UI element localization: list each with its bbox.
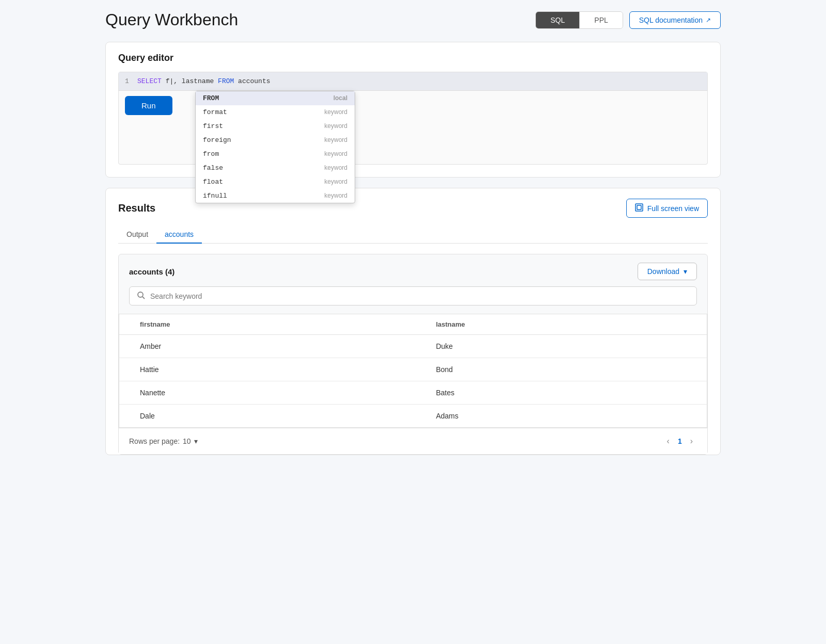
search-icon — [137, 291, 145, 301]
table-cell: Adams — [415, 405, 707, 428]
ac-type: keyword — [324, 164, 347, 172]
fullscreen-icon — [635, 203, 643, 213]
ac-text: false — [203, 164, 223, 172]
tab-accounts[interactable]: accounts — [156, 226, 202, 244]
kw-from: FROM — [218, 77, 234, 85]
ac-text: foreign — [203, 136, 231, 144]
editor-line-1: 1 SELECT f|, lastname FROM accounts — [119, 72, 707, 91]
ac-text: float — [203, 178, 223, 186]
table-title: accounts (4) — [129, 267, 174, 276]
kw-select: SELECT — [137, 77, 162, 85]
ac-item-foreign[interactable]: foreign keyword — [196, 133, 355, 147]
ac-type: keyword — [324, 122, 347, 130]
ac-item-first[interactable]: first keyword — [196, 119, 355, 133]
rows-per-page-label: Rows per page: — [129, 437, 180, 445]
line-number: 1 — [125, 77, 137, 85]
tab-sql[interactable]: SQL — [536, 12, 580, 28]
ac-item-from[interactable]: from keyword — [196, 147, 355, 161]
ac-text: FROM — [203, 94, 219, 102]
col-lastname: lastname — [415, 314, 707, 335]
ac-type: local — [333, 94, 347, 102]
download-button[interactable]: Download ▾ — [638, 263, 697, 280]
ac-text: from — [203, 150, 219, 158]
table-cell: Dale — [119, 405, 416, 428]
col-firstname: firstname — [119, 314, 416, 335]
pagination: ‹ 1 › — [663, 434, 697, 448]
editor-section-title: Query editor — [118, 53, 708, 63]
ac-type: keyword — [324, 178, 347, 186]
code-line: SELECT f|, lastname FROM accounts — [137, 77, 701, 85]
ac-text: first — [203, 122, 223, 130]
svg-rect-1 — [637, 205, 641, 210]
download-label: Download — [647, 267, 679, 276]
table-container: accounts (4) Download ▾ f — [118, 254, 708, 455]
sql-docs-button[interactable]: SQL documentation ↗ — [629, 11, 721, 29]
next-page-button[interactable]: › — [686, 434, 697, 448]
svg-line-3 — [142, 297, 145, 299]
ac-item-format[interactable]: format keyword — [196, 105, 355, 119]
table-body: AmberDukeHattieBondNanetteBatesDaleAdams — [119, 335, 707, 428]
rows-per-page-value: 10 — [183, 437, 191, 445]
current-page: 1 — [678, 437, 682, 445]
editor-area[interactable]: 1 SELECT f|, lastname FROM accounts FROM… — [118, 72, 708, 165]
results-title: Results — [118, 202, 155, 214]
table-cell: Duke — [415, 335, 707, 358]
run-button[interactable]: Run — [125, 96, 172, 115]
kw-lastname: lastname — [182, 77, 214, 85]
page-container: Query Workbench SQL PPL SQL documentatio… — [93, 0, 733, 465]
query-type-tabs: SQL PPL — [535, 11, 623, 29]
table-cell: Hattie — [119, 358, 416, 381]
rows-per-page[interactable]: Rows per page: 10 ▾ — [129, 437, 198, 445]
fullscreen-label: Full screen view — [647, 204, 699, 213]
table-cell: Bates — [415, 381, 707, 405]
results-panel: Results Full screen view Output accounts… — [105, 188, 721, 455]
results-tabs: Output accounts — [118, 226, 708, 244]
svg-point-2 — [138, 292, 143, 297]
ac-type: keyword — [324, 192, 347, 200]
header: Query Workbench SQL PPL SQL documentatio… — [105, 10, 721, 29]
table-cell: Amber — [119, 335, 416, 358]
tab-output[interactable]: Output — [118, 226, 156, 244]
ac-type: keyword — [324, 150, 347, 158]
kw-field: f|, — [166, 77, 182, 85]
table-row: NanetteBates — [119, 381, 707, 405]
ac-text: ifnull — [203, 192, 227, 200]
table-cell: Bond — [415, 358, 707, 381]
rows-chevron-icon: ▾ — [194, 437, 198, 445]
ac-item-float[interactable]: float keyword — [196, 175, 355, 189]
ac-item-false[interactable]: false keyword — [196, 161, 355, 175]
svg-rect-0 — [636, 204, 643, 211]
tab-ppl[interactable]: PPL — [580, 12, 622, 28]
table-cell: Nanette — [119, 381, 416, 405]
ac-item-FROM[interactable]: FROM local — [196, 91, 355, 105]
ac-item-ifnull[interactable]: ifnull keyword — [196, 189, 355, 203]
search-box — [129, 286, 697, 305]
query-editor-panel: Query editor 1 SELECT f|, lastname FROM … — [105, 42, 721, 178]
table-header-row-cols: firstname lastname — [119, 314, 707, 335]
search-input[interactable] — [150, 292, 689, 300]
table-header-row: accounts (4) Download ▾ — [119, 254, 707, 286]
header-right: SQL PPL SQL documentation ↗ — [535, 11, 721, 29]
chevron-down-icon: ▾ — [684, 267, 687, 276]
kw-table: accounts — [238, 77, 270, 85]
table-row: HattieBond — [119, 358, 707, 381]
fullscreen-button[interactable]: Full screen view — [626, 199, 708, 218]
autocomplete-dropdown: FROM local format keyword first keyword … — [195, 91, 355, 203]
ac-type: keyword — [324, 108, 347, 116]
page-title: Query Workbench — [105, 10, 238, 29]
table-footer: Rows per page: 10 ▾ ‹ 1 › — [119, 428, 707, 454]
ac-type: keyword — [324, 136, 347, 144]
ac-text: format — [203, 108, 227, 116]
table-row: AmberDuke — [119, 335, 707, 358]
external-link-icon: ↗ — [706, 17, 711, 24]
table-row: DaleAdams — [119, 405, 707, 428]
data-table: firstname lastname AmberDukeHattieBondNa… — [119, 314, 707, 428]
prev-page-button[interactable]: ‹ — [663, 434, 674, 448]
